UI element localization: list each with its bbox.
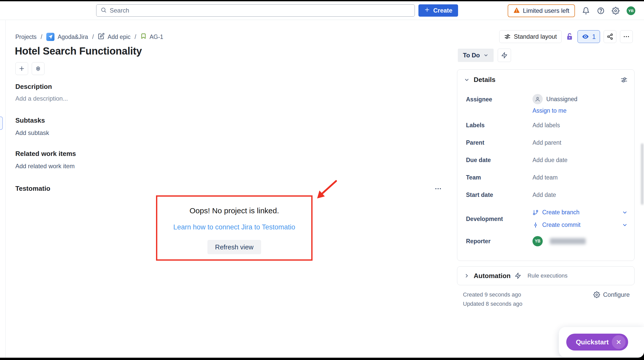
breadcrumb-issue-key[interactable]: AG-1	[140, 33, 163, 41]
bookmark-icon	[140, 33, 147, 41]
lightning-icon	[501, 52, 508, 59]
ellipsis-icon	[623, 33, 630, 40]
header-right-group: Limited users left YB	[508, 1, 635, 20]
quickstart-close-button[interactable]	[612, 335, 626, 349]
sidebar-divider	[5, 20, 6, 358]
add-subtask-field[interactable]: Add subtask	[15, 129, 49, 136]
user-avatar[interactable]: YB	[627, 6, 635, 15]
chevron-down-icon	[464, 77, 470, 83]
standard-layout-button[interactable]: Standard layout	[499, 30, 562, 43]
labels-value[interactable]: Add labels	[532, 122, 560, 129]
refresh-view-button[interactable]: Refresh view	[207, 240, 261, 254]
chevron-down-icon	[622, 222, 628, 228]
add-related-work-field[interactable]: Add related work item	[15, 163, 75, 170]
details-config-button[interactable]	[620, 76, 628, 83]
details-header[interactable]: Details	[457, 70, 634, 89]
due-date-value[interactable]: Add due date	[532, 157, 568, 164]
unlock-icon	[565, 32, 574, 41]
title-toolbar	[15, 62, 45, 75]
create-button-label: Create	[433, 7, 452, 14]
standard-layout-label: Standard layout	[514, 33, 557, 40]
close-icon	[616, 339, 622, 345]
field-team: Team Add team	[457, 174, 634, 181]
reporter-name-redacted	[550, 238, 586, 244]
lightning-icon	[515, 272, 521, 279]
more-actions-button[interactable]	[620, 30, 633, 43]
due-date-label: Due date	[466, 157, 532, 164]
search-box[interactable]	[96, 4, 415, 17]
field-reporter: Reporter YB	[457, 236, 634, 246]
create-button[interactable]: Create	[418, 4, 458, 17]
field-labels: Labels Add labels	[457, 122, 634, 129]
chevron-down-icon	[622, 210, 628, 215]
development-label: Development	[466, 209, 532, 223]
unlock-button[interactable]	[565, 32, 574, 41]
breadcrumb: Projects / Agoda&Jira / Add epic / A	[15, 33, 163, 41]
automation-note: Rule executions	[527, 272, 568, 279]
watchers-button[interactable]: 1	[578, 30, 600, 43]
limited-users-label: Limited users left	[523, 7, 569, 14]
parent-label: Parent	[466, 139, 532, 146]
reporter-label: Reporter	[466, 238, 532, 245]
automation-panel[interactable]: Automation Rule executions	[457, 266, 635, 285]
issue-meta: Created 9 seconds ago Updated 8 seconds …	[463, 290, 522, 309]
status-row: To Do	[458, 49, 511, 62]
error-title: Oops! No project is linked.	[190, 206, 279, 215]
updated-timestamp: Updated 8 seconds ago	[463, 299, 522, 309]
add-button[interactable]	[15, 62, 28, 75]
eye-icon	[582, 33, 589, 40]
apps-button[interactable]	[32, 62, 45, 75]
breadcrumb-project[interactable]: Agoda&Jira	[46, 33, 88, 41]
help-button[interactable]	[597, 7, 605, 15]
screen: Create Limited users left	[0, 0, 644, 360]
question-circle-icon	[597, 7, 605, 15]
issue-controls-row: Standard layout 1	[499, 30, 633, 43]
team-value[interactable]: Add team	[532, 174, 558, 181]
status-label: To Do	[463, 52, 480, 59]
quickstart-button[interactable]: Quickstart	[566, 334, 628, 351]
expand-sidebar-handle[interactable]	[0, 117, 3, 130]
project-avatar-icon	[46, 33, 54, 41]
assignee-value[interactable]: Unassigned	[532, 94, 577, 104]
bell-icon	[582, 7, 590, 15]
config-sliders-icon	[620, 76, 628, 83]
share-icon	[607, 33, 613, 40]
automation-quick-button[interactable]	[498, 49, 511, 62]
apps-icon	[35, 65, 41, 72]
quickstart-label: Quickstart	[576, 338, 609, 346]
configure-button[interactable]: Configure	[593, 291, 630, 298]
assign-to-me-link[interactable]: Assign to me	[532, 107, 577, 114]
assignee-label: Assignee	[466, 94, 532, 103]
limited-users-button[interactable]: Limited users left	[508, 4, 575, 17]
testomatio-more-button[interactable]	[434, 185, 442, 193]
breadcrumb-projects[interactable]: Projects	[15, 34, 37, 40]
status-dropdown[interactable]: To Do	[458, 49, 494, 62]
testomatio-section-header: Testomatio	[15, 185, 442, 193]
page-title: Hotel Search Functionality	[15, 45, 142, 57]
search-input[interactable]	[110, 7, 410, 14]
testomatio-error-panel: Oops! No project is linked. Learn how to…	[156, 195, 313, 261]
layout-sliders-icon	[504, 33, 511, 40]
gear-icon	[593, 291, 600, 298]
field-development: Development Create branch Create commit	[457, 209, 634, 228]
breadcrumb-separator: /	[92, 34, 94, 40]
scrollbar-thumb[interactable]	[641, 143, 643, 205]
unassigned-avatar-icon	[532, 94, 543, 104]
add-description-field[interactable]: Add a description...	[15, 95, 68, 102]
team-label: Team	[466, 174, 532, 181]
create-commit-action[interactable]: Create commit	[532, 221, 628, 228]
search-icon	[101, 7, 107, 14]
git-branch-icon	[532, 209, 539, 216]
start-date-label: Start date	[466, 192, 532, 198]
field-start-date: Start date Add date	[457, 192, 634, 198]
breadcrumb-add-epic[interactable]: Add epic	[98, 33, 131, 41]
parent-value[interactable]: Add parent	[532, 139, 561, 146]
share-button[interactable]	[604, 30, 616, 43]
reporter-value[interactable]: YB	[532, 236, 586, 246]
start-date-value[interactable]: Add date	[532, 192, 556, 198]
automation-title: Automation	[474, 272, 510, 280]
settings-button[interactable]	[612, 7, 619, 15]
learn-how-link[interactable]: Learn how to connect Jira to Testomatio	[173, 223, 295, 231]
create-branch-action[interactable]: Create branch	[532, 209, 628, 216]
notifications-button[interactable]	[582, 7, 590, 15]
